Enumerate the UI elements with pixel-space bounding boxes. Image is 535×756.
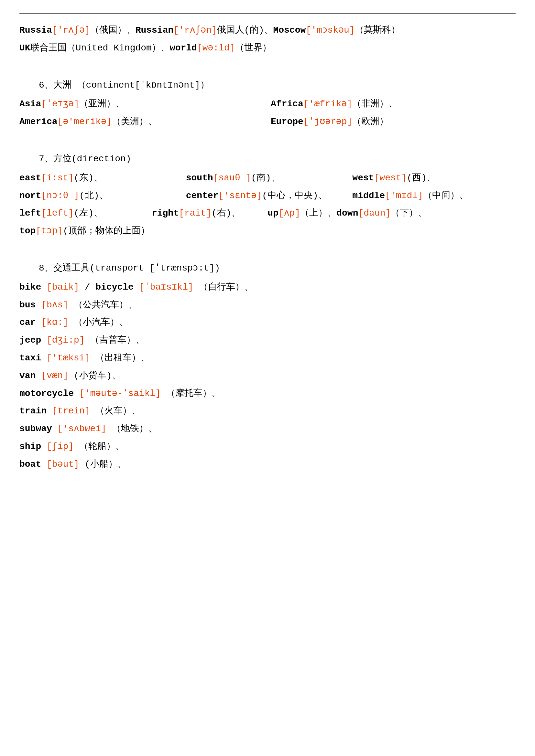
section6-row1: Asia [ˈeɪʒə] （亚洲）、 Africa ['æfrikə] （非洲）… <box>19 97 516 112</box>
section-7: 7、方位(direction) east [i:st] (东)、 south [… <box>19 152 516 238</box>
word-russian: Russian <box>135 23 174 38</box>
chinese-top: (顶部；物体的上面） <box>63 224 150 238</box>
section7-row4: top [tɔp] (顶部；物体的上面） <box>19 224 516 238</box>
entry-taxi: taxi ['tæksi] （出租车）、 <box>19 351 516 365</box>
phonetic-down: [daun] <box>358 206 391 221</box>
chinese-ship: （轮船）、 <box>79 442 125 451</box>
chinese-jeep: （吉普车）、 <box>90 335 145 345</box>
phonetic-motorcycle: ['məutə-ˈsaikl] <box>79 389 161 398</box>
section-russia: Russia['rʌʃə]（俄国）、Russian ['rʌʃən]俄国人(的)… <box>19 23 516 56</box>
word-europe: Europe <box>271 115 303 129</box>
phonetic-west: [west] <box>374 171 407 185</box>
chinese-nort: (北)、 <box>79 189 108 203</box>
chinese-world: （世界） <box>235 41 271 56</box>
phonetic-train: [trein] <box>52 406 90 416</box>
phonetic-russia: ['rʌʃə] <box>52 23 90 38</box>
phonetic-top: [tɔp] <box>36 224 63 238</box>
word-ship: ship <box>19 442 41 451</box>
phonetic-center: ['sɛntə] <box>218 189 262 203</box>
chinese-west: (西)、 <box>407 171 436 185</box>
phonetic-bicycle: [ˈbaɪsɪkl] <box>139 282 193 292</box>
phonetic-subway: ['sʌbwei] <box>58 424 106 434</box>
section-6-title: 6、大洲 （continent[ˈkɒntɪnənt]） <box>39 78 516 93</box>
chinese-russia: （俄国）、 <box>90 23 135 38</box>
russia-line1: Russia['rʌʃə]（俄国）、Russian ['rʌʃən]俄国人(的)… <box>19 23 516 38</box>
word-subway: subway <box>19 424 52 434</box>
entry-train: train [trein] （火车）、 <box>19 404 516 418</box>
word-motorcycle: motorcycle <box>19 389 74 398</box>
word-left: left <box>19 206 41 221</box>
chinese-russian: 俄国人(的)、 <box>217 23 273 38</box>
phonetic-right: [rait] <box>179 206 211 221</box>
section7-row1: east [i:st] (东)、 south [sauθ ] (南)、 west… <box>19 171 516 185</box>
word-right: right <box>152 206 179 221</box>
word-top: top <box>19 224 36 238</box>
section-8-title: 8、交通工具(transport [ˈtrænspɔ:t]) <box>39 261 516 276</box>
chinese-bus: （公共汽车）、 <box>74 300 137 310</box>
section6-row2: America [ə'merikə] （美洲）、 Europe [ˈjʊərəp… <box>19 115 516 129</box>
section6-asia: Asia [ˈeɪʒə] （亚洲）、 <box>19 97 264 112</box>
chinese-moscow: （莫斯科） <box>355 23 400 38</box>
word-america: America <box>19 115 58 129</box>
chinese-middle: （中间）、 <box>423 189 468 203</box>
chinese-center: (中心，中央)、 <box>262 189 327 203</box>
phonetic-up: [ʌp] <box>278 206 300 221</box>
chinese-taxi: （出租车）、 <box>96 353 150 363</box>
entry-subway: subway ['sʌbwei] （地铁）、 <box>19 422 516 436</box>
word-center: center <box>186 189 219 203</box>
phonetic-car: [kɑ:] <box>41 317 68 327</box>
chinese-train: （火车）、 <box>96 406 141 416</box>
section6-africa: Africa ['æfrikə] （非洲）、 <box>271 97 516 112</box>
phonetic-russian: ['rʌʃən] <box>173 23 217 38</box>
word-up: up <box>268 206 278 221</box>
spacer1 <box>19 65 516 78</box>
word-taxi: taxi <box>19 353 41 363</box>
section7-west: west [west] (西)、 <box>352 171 516 185</box>
word-train: train <box>19 406 46 416</box>
phonetic-taxi: ['tæksi] <box>46 353 90 363</box>
word-russia: Russia <box>19 23 52 38</box>
chinese-boat: (小船）、 <box>85 459 127 469</box>
phonetic-europe: [ˈjʊərəp] <box>303 115 352 129</box>
word-van: van <box>19 371 36 381</box>
phonetic-jeep: [dʒi:p] <box>46 335 85 345</box>
word-east: east <box>19 171 41 185</box>
chinese-africa: （非洲）、 <box>352 97 398 112</box>
chinese-right: (右)、 <box>211 206 268 221</box>
entry-boat: boat [bəut] (小船）、 <box>19 457 516 472</box>
chinese-left: (左)、 <box>74 206 152 221</box>
entry-bike: bike [baik] / bicycle [ˈbaɪsɪkl] （自行车）、 <box>19 280 516 295</box>
phonetic-america: [ə'merikə] <box>58 115 112 129</box>
phonetic-moscow: ['mɔskəu] <box>306 23 354 38</box>
entry-van: van [væn] (小货车)、 <box>19 369 516 383</box>
word-jeep: jeep <box>19 335 41 345</box>
entry-motorcycle: motorcycle ['məutə-ˈsaikl] （摩托车）、 <box>19 387 516 401</box>
section-8: 8、交通工具(transport [ˈtrænspɔ:t]) bike [bai… <box>19 261 516 472</box>
chinese-east: (东)、 <box>74 171 103 185</box>
section7-center: center ['sɛntə] (中心，中央)、 <box>186 189 349 203</box>
entry-bus: bus [bʌs] （公共汽车）、 <box>19 298 516 312</box>
chinese-south: (南)、 <box>251 171 280 185</box>
chinese-up: （上）、 <box>300 206 336 221</box>
section7-middle: middle ['mɪdl] （中间）、 <box>352 189 516 203</box>
chinese-america: （美洲）、 <box>112 115 157 129</box>
word-west: west <box>352 171 374 185</box>
separator-bike: / <box>85 282 96 292</box>
phonetic-africa: ['æfrikə] <box>303 97 352 112</box>
phonetic-east: [i:st] <box>41 171 74 185</box>
russia-line2: UK 联合王国（United Kingdom）、world[wə:ld]（世界） <box>19 41 516 56</box>
chinese-down: （下）、 <box>391 206 427 221</box>
spacer3 <box>19 248 516 261</box>
word-boat: boat <box>19 459 41 469</box>
chinese-bike: （自行车）、 <box>199 282 253 292</box>
spacer2 <box>19 139 516 152</box>
entry-car: car [kɑ:] （小汽车）、 <box>19 315 516 330</box>
section6-america: America [ə'merikə] （美洲）、 <box>19 115 264 129</box>
phonetic-world: [wə:ld] <box>197 41 235 56</box>
chinese-asia: （亚洲）、 <box>79 97 125 112</box>
word-asia: Asia <box>19 97 41 112</box>
word-world: world <box>170 41 197 56</box>
phonetic-bus: [bʌs] <box>41 300 68 310</box>
word-nort: nort <box>19 189 41 203</box>
phonetic-asia: [ˈeɪʒə] <box>41 97 79 112</box>
